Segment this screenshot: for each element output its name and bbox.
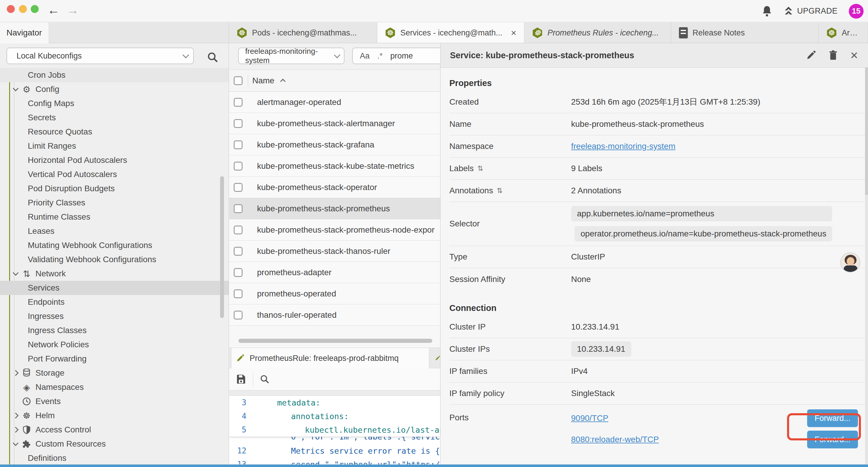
row-checkbox[interactable] [234, 311, 243, 320]
table-row[interactable]: prometheus-adapter [229, 262, 440, 283]
sidebar-item-leases[interactable]: Leases [0, 224, 229, 238]
tab-pods[interactable]: ☸ Pods - icecheng@mathmas... [229, 23, 377, 43]
edit-button[interactable] [806, 50, 816, 60]
chevron-right-icon[interactable] [13, 413, 19, 418]
url-link[interactable]: https://net [406, 460, 440, 465]
search-icon[interactable] [207, 52, 219, 63]
chevron-right-icon[interactable] [13, 427, 19, 433]
table-row[interactable]: kube-prometheus-stack-operator [229, 177, 440, 198]
row-checkbox[interactable] [234, 98, 243, 107]
sidebar-item-vertical-pod-autoscalers[interactable]: Vertical Pod Autoscalers [0, 167, 229, 181]
sidebar-item-horizontal-pod-autoscalers[interactable]: Horizontal Pod Autoscalers [0, 153, 229, 167]
sidebar-item-events[interactable]: Events [0, 394, 229, 408]
sidebar-item-priority-classes[interactable]: Priority Classes [0, 196, 229, 210]
sidebar-item-limit-ranges[interactable]: Limit Ranges [0, 139, 229, 153]
port-link[interactable]: 9090/TCP [571, 413, 608, 423]
sidebar-item-network[interactable]: ⇅ Network [0, 267, 229, 281]
editor-tab-partial[interactable] [431, 348, 440, 369]
regex-toggle[interactable]: .* [377, 52, 382, 61]
table-row[interactable]: kube-prometheus-stack-alertmanager [229, 113, 440, 134]
row-checkbox[interactable] [234, 289, 243, 298]
maximize-window-button[interactable] [31, 5, 39, 13]
sidebar-item-custom-resources[interactable]: Custom Resources [0, 437, 229, 451]
sort-ascending-icon[interactable] [280, 79, 285, 84]
sidebar-item-mutating-webhook-configurations[interactable]: Mutating Webhook Configurations [0, 238, 229, 253]
row-checkbox[interactable] [234, 119, 243, 128]
detail-scrollbar-thumb[interactable] [865, 68, 868, 195]
table-row[interactable]: thanos-ruler-operated [229, 304, 440, 326]
tab-argo[interactable]: ☸ Argo Se [819, 23, 868, 43]
sidebar-item-secrets[interactable]: Secrets [0, 111, 229, 125]
sidebar-item-cron-jobs[interactable]: Cron Jobs [0, 68, 229, 82]
sidebar-item-resource-quotas[interactable]: Resource Quotas [0, 125, 229, 139]
cluster-ip-chip[interactable]: 10.233.14.91 [571, 341, 631, 357]
selector-chip[interactable]: operator.prometheus.io/name=kube-prometh… [575, 226, 832, 241]
chevron-down-icon[interactable] [13, 85, 19, 91]
match-case-toggle[interactable]: Aa [360, 52, 370, 61]
chevron-down-icon[interactable] [13, 270, 19, 276]
expand-sort-icon[interactable]: ⇅ [497, 186, 502, 195]
chevron-down-icon[interactable] [13, 440, 19, 446]
table-row[interactable]: kube-prometheus-stack-grafana [229, 134, 440, 155]
sidebar-item-definitions[interactable]: Definitions [0, 451, 229, 464]
sidebar-item-config[interactable]: ⚙ Config [0, 82, 229, 96]
table-row[interactable]: kube-prometheus-stack-kube-state-metrics [229, 155, 440, 177]
row-checkbox[interactable] [234, 268, 243, 277]
sidebar-item-ingress-classes[interactable]: Ingress Classes [0, 323, 229, 338]
back-button[interactable]: ← [47, 3, 60, 17]
tab-services[interactable]: ☸ Services - icecheng@math... × [377, 23, 524, 43]
sidebar-item-storage[interactable]: Storage [0, 366, 229, 380]
port-link[interactable]: 8080:reloader-web/TCP [571, 435, 659, 444]
editor-tab-prometheusrule[interactable]: PrometheusRule: freeleaps-prod-rabbitmq [231, 348, 429, 369]
expand-sort-icon[interactable]: ⇅ [477, 164, 483, 173]
tab-release-notes[interactable]: Release Notes [671, 23, 819, 43]
row-checkbox[interactable] [234, 162, 243, 171]
namespace-link[interactable]: freeleaps-monitoring-system [571, 142, 675, 151]
minimize-window-button[interactable] [19, 5, 27, 13]
row-checkbox[interactable] [234, 183, 243, 192]
sidebar-item-port-forwarding[interactable]: Port Forwarding [0, 352, 229, 366]
table-row-selected[interactable]: kube-prometheus-stack-prometheus [229, 198, 440, 219]
close-window-button[interactable] [7, 5, 15, 13]
row-checkbox[interactable] [234, 247, 243, 256]
row-checkbox[interactable] [234, 204, 243, 213]
forward-button[interactable]: → [66, 3, 79, 17]
sidebar-item-validating-webhook-configurations[interactable]: Validating Webhook Configurations [0, 253, 229, 267]
row-checkbox[interactable] [234, 226, 243, 234]
avatar[interactable] [840, 253, 860, 272]
sidebar-scrollbar[interactable] [220, 176, 224, 318]
table-row[interactable]: prometheus-operated [229, 283, 440, 304]
notification-badge[interactable]: 15 [849, 4, 864, 19]
select-all-checkbox[interactable] [234, 76, 243, 85]
upgrade-button[interactable]: UPGRADE [783, 6, 838, 17]
tab-navigator[interactable]: Navigator [0, 23, 49, 43]
name-column-header[interactable]: Name [252, 76, 275, 85]
editor-search-button[interactable] [260, 374, 270, 384]
close-icon[interactable]: × [850, 49, 858, 62]
namespace-dropdown[interactable]: freeleaps-monitoring-system [238, 48, 344, 64]
save-button[interactable] [236, 374, 246, 384]
row-checkbox[interactable] [234, 140, 243, 149]
search-input[interactable]: Aa .* prome [352, 48, 440, 64]
table-row[interactable]: alertmanager-operated [229, 92, 440, 113]
sidebar-item-pod-disruption-budgets[interactable]: Pod Disruption Budgets [0, 181, 229, 196]
chevron-right-icon[interactable] [13, 370, 19, 376]
sidebar-item-access-control[interactable]: Access Control [0, 423, 229, 437]
delete-button[interactable] [829, 50, 838, 61]
kubeconfig-context-dropdown[interactable]: Local Kubeconfigs [6, 48, 194, 64]
sidebar-item-helm[interactable]: ☸ Helm [0, 408, 229, 423]
tab-prometheus-rules[interactable]: ☸ Prometheus Rules - icecheng... [524, 23, 671, 43]
sidebar-item-services[interactable]: Services [0, 281, 229, 295]
sidebar-item-config-maps[interactable]: Config Maps [0, 96, 229, 111]
sidebar-item-runtime-classes[interactable]: Runtime Classes [0, 210, 229, 224]
sidebar-item-ingresses[interactable]: Ingresses [0, 309, 229, 323]
close-tab-icon[interactable]: × [511, 28, 517, 38]
sidebar-item-endpoints[interactable]: Endpoints [0, 295, 229, 309]
sidebar-item-namespaces[interactable]: ◈ Namespaces [0, 380, 229, 394]
sidebar-item-network-policies[interactable]: Network Policies [0, 338, 229, 352]
bell-icon[interactable] [762, 6, 772, 17]
selector-chip[interactable]: app.kubernetes.io/name=prometheus [571, 206, 832, 222]
table-row[interactable]: kube-prometheus-stack-prometheus-node-ex… [229, 219, 440, 241]
horizontal-scrollbar[interactable] [229, 339, 440, 344]
yaml-editor[interactable]: 3metadata: 4annotations: 5kubectl.kubern… [229, 396, 440, 464]
